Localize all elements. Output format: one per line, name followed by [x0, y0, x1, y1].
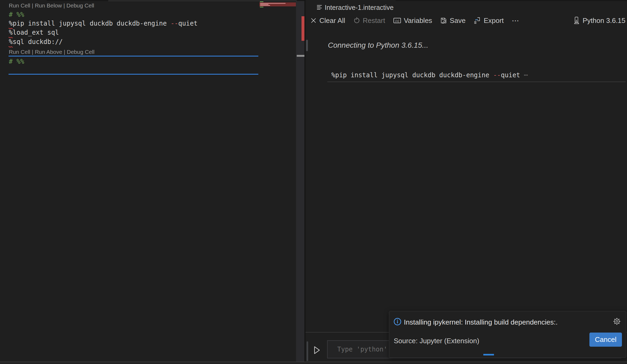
code-token-dashes: --	[493, 71, 501, 79]
code-token-quiet: quiet	[178, 20, 198, 27]
save-label: Save	[450, 17, 465, 25]
code-text: %pip install jupysql duckdb duckdb-engin…	[9, 20, 171, 27]
interactive-cell-code: %pip install jupysql duckdb duckdb-engin…	[331, 70, 528, 80]
kernel-status-text: Connecting to Python 3.6.15...	[328, 41, 428, 50]
notification-progress-bar	[483, 354, 494, 355]
more-actions-button[interactable]: ⋯	[512, 16, 520, 25]
minimap-code-line	[260, 3, 286, 4]
code-line-loadext[interactable]: %load_ext sql	[9, 28, 59, 37]
code-token-dashes: --	[171, 20, 178, 27]
editor-scrollbar[interactable]	[296, 1, 305, 362]
run-input-button[interactable]	[314, 346, 320, 354]
minimap-error-block	[259, 2, 296, 6]
codelens-run-cell-bottom[interactable]: Run Cell | Run Above | Debug Cell	[9, 48, 94, 55]
export-icon	[473, 17, 481, 24]
restart-button[interactable]: Restart	[353, 17, 385, 25]
cell-marker-2[interactable]: # %%	[9, 58, 24, 66]
export-button[interactable]: Export	[473, 17, 504, 25]
active-tab-strip-right	[306, 0, 396, 1]
tab-interactive[interactable]: Interactive-1.interactive	[325, 3, 393, 11]
code-token-quiet: quiet	[501, 71, 520, 79]
status-bar-edge	[0, 362, 627, 364]
kernel-icon	[573, 17, 580, 25]
export-label: Export	[484, 17, 504, 25]
output-scrollbar-thumb[interactable]	[306, 40, 308, 51]
save-icon	[440, 17, 447, 24]
cell-border-bottom	[9, 74, 258, 75]
interactive-tab-icon	[316, 4, 323, 11]
restart-icon	[353, 17, 360, 24]
gear-icon[interactable]	[613, 317, 621, 326]
code-line-pip[interactable]: %pip install jupysql duckdb duckdb-engin…	[9, 19, 198, 28]
error-squiggle	[9, 46, 13, 47]
variables-icon: (x)	[393, 17, 401, 24]
interactive-toolbar: Clear All Restart (x) Variables	[310, 14, 520, 27]
kernel-label: Python 3.6.15	[583, 17, 625, 25]
info-icon	[393, 318, 401, 326]
panel-splitter[interactable]	[304, 0, 306, 364]
input-gutter-bar	[307, 341, 308, 361]
minimap-code-line	[260, 4, 268, 5]
restart-label: Restart	[363, 17, 385, 25]
clear-all-label: Clear All	[319, 17, 345, 25]
code-line-sql[interactable]: %sql duckdb://	[9, 37, 63, 46]
minimap-comment-line	[260, 7, 263, 7]
clear-all-button[interactable]: Clear All	[310, 17, 345, 25]
codelens-run-cell-top[interactable]: Run Cell | Run Below | Debug Cell	[9, 2, 94, 9]
cell-output-divider	[327, 82, 626, 82]
code-text: %pip install jupysql duckdb duckdb-engin…	[331, 71, 493, 79]
ellipsis-icon: ⋯	[512, 16, 520, 25]
minimap-code-line	[260, 5, 270, 6]
overview-error-marker	[302, 16, 304, 41]
save-button[interactable]: Save	[440, 17, 465, 25]
cancel-button[interactable]: Cancel	[589, 333, 622, 347]
notification-message: Installing ipykernel: Installing build d…	[404, 318, 558, 326]
variables-button[interactable]: (x) Variables	[393, 17, 432, 25]
overview-cursor-marker	[297, 55, 304, 57]
vscode-window: Run Cell | Run Below | Debug Cell # %% %…	[0, 0, 627, 364]
active-tab-strip-left	[0, 0, 47, 1]
variables-label: Variables	[404, 17, 432, 25]
cell-marker-1[interactable]: # %%	[9, 11, 24, 19]
notification-toast: Installing ipykernel: Installing build d…	[389, 311, 626, 358]
expand-cell-icon[interactable]: ⋯	[524, 71, 528, 79]
minimap[interactable]	[259, 1, 296, 17]
notification-source: Source: Jupyter (Extension)	[394, 337, 479, 345]
svg-text:(x): (x)	[395, 19, 399, 23]
minimap-comment-line	[260, 1, 263, 2]
close-icon	[310, 17, 317, 24]
cell-border-top	[9, 56, 258, 56]
kernel-picker[interactable]: Python 3.6.15	[573, 14, 625, 27]
